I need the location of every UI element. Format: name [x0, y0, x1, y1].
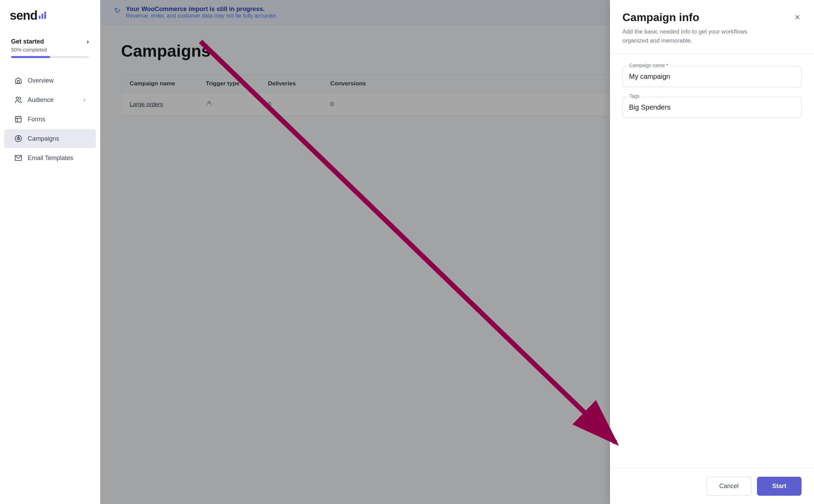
get-started-progress-label: 50% completed [11, 47, 89, 53]
dialog-title: Campaign info [622, 11, 775, 24]
dialog-header-text: Campaign info Add the basic needed info … [622, 11, 775, 45]
sidebar-item-email-templates-label: Email Templates [28, 155, 86, 162]
svg-point-0 [16, 97, 19, 100]
tags-field-group: Tags [622, 97, 802, 118]
cancel-button[interactable]: Cancel [706, 477, 751, 496]
home-icon [14, 76, 23, 85]
sidebar-item-campaigns[interactable]: Campaigns [4, 129, 96, 148]
get-started-section[interactable]: Get started › 50% completed [6, 34, 94, 62]
dialog-body: Campaign name * Tags [610, 54, 814, 468]
logo-icon [39, 11, 46, 19]
sidebar: send Get started › 50% completed Overvie… [0, 0, 100, 504]
email-icon [14, 153, 23, 162]
sidebar-item-overview-label: Overview [28, 77, 86, 84]
campaign-info-dialog: Campaign info Add the basic needed info … [610, 0, 814, 504]
dialog-header: Campaign info Add the basic needed info … [610, 0, 814, 54]
progress-bar-background [11, 56, 89, 58]
get-started-title: Get started [11, 38, 44, 45]
sidebar-nav: Overview Audience ∨ [0, 71, 100, 168]
campaign-name-input[interactable] [622, 66, 802, 87]
dialog-subtitle: Add the basic needed info to get your wo… [622, 27, 775, 45]
forms-icon [14, 115, 23, 124]
tags-label: Tags [627, 93, 642, 99]
sidebar-item-audience[interactable]: Audience ∨ [4, 91, 96, 109]
sidebar-item-forms-label: Forms [28, 116, 86, 123]
logo: send [0, 8, 100, 34]
campaign-name-label: Campaign name * [627, 63, 670, 68]
sidebar-item-forms[interactable]: Forms [4, 110, 96, 129]
sidebar-item-audience-label: Audience [28, 96, 78, 104]
sidebar-item-campaigns-label: Campaigns [28, 135, 86, 142]
sidebar-item-overview[interactable]: Overview [4, 71, 96, 90]
dialog-footer: Cancel Start [610, 468, 814, 504]
logo-text: send [10, 8, 37, 23]
audience-icon [14, 95, 23, 104]
campaign-name-field-group: Campaign name * [622, 66, 802, 87]
audience-chevron-icon: ∨ [83, 97, 86, 103]
campaigns-icon [14, 134, 23, 143]
get-started-chevron: › [87, 38, 89, 45]
sidebar-item-email-templates[interactable]: Email Templates [4, 149, 96, 167]
progress-bar-fill [11, 56, 50, 58]
tags-input[interactable] [622, 97, 802, 118]
svg-rect-1 [16, 116, 21, 122]
dialog-close-button[interactable]: × [793, 11, 802, 24]
start-button[interactable]: Start [757, 477, 802, 496]
